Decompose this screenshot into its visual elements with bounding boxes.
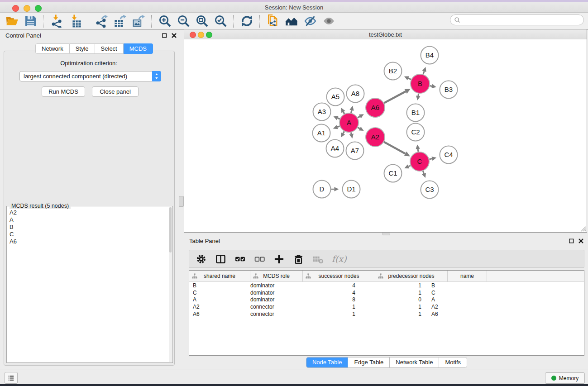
zoom-fit-button[interactable] (194, 14, 210, 29)
show-panel-button[interactable] (321, 14, 336, 29)
float-table-panel-icon[interactable] (569, 238, 574, 244)
import-network-button[interactable] (49, 14, 64, 29)
graph-node-B4[interactable]: B4 (421, 47, 439, 64)
open-network-file-button[interactable] (265, 14, 281, 29)
export-network-button[interactable] (94, 14, 109, 29)
tab-edge-table[interactable]: Edge Table (348, 357, 390, 368)
graph-node-A4[interactable]: A4 (326, 140, 344, 157)
network-window-titlebar[interactable]: testGlobe.txt (184, 29, 587, 40)
graph-edge-A-A3[interactable] (334, 116, 340, 120)
graph-node-D1[interactable]: D1 (343, 181, 360, 198)
graph-edge-B-B1[interactable] (416, 94, 420, 100)
dropdown-stepper-icon[interactable] (152, 71, 161, 81)
result-item[interactable]: A6 (8, 238, 168, 245)
table-row[interactable]: Cdominator41C (189, 289, 584, 296)
hide-panel-button[interactable] (302, 14, 318, 29)
graph-node-A1[interactable]: A1 (313, 124, 330, 142)
result-item[interactable]: A (8, 216, 168, 224)
graph-node-A7[interactable]: A7 (346, 142, 364, 160)
graph-edge-A2-C[interactable] (384, 142, 410, 157)
graph-edge-B-B3[interactable] (430, 84, 437, 88)
table-row[interactable]: Bdominator41B (189, 282, 584, 289)
graph-edge-C-C2[interactable] (416, 144, 420, 152)
graph-node-B[interactable]: B (411, 74, 430, 93)
graph-node-D[interactable]: D (313, 181, 331, 198)
graph-edge-C-C1[interactable] (404, 164, 411, 168)
graph-node-B3[interactable]: B3 (440, 81, 458, 99)
delete-row-button[interactable] (292, 253, 305, 265)
tab-network[interactable]: Network (35, 43, 70, 54)
function-builder-button[interactable]: f(x) (332, 254, 347, 264)
column-header-shared-name[interactable]: shared name (189, 271, 250, 281)
float-panel-icon[interactable] (162, 33, 167, 38)
tab-select[interactable]: Select (95, 43, 124, 54)
column-header-MCDS-role[interactable]: MCDS role (250, 271, 303, 281)
import-table-button[interactable] (67, 14, 83, 29)
graph-edge-B-B4[interactable] (422, 67, 426, 74)
graph-edge-A-A2[interactable] (358, 127, 363, 131)
tab-mcds[interactable]: MCDS (124, 43, 153, 54)
graph-node-A5[interactable]: A5 (327, 88, 344, 106)
graph-edge-C-C3[interactable] (422, 171, 426, 178)
network-canvas[interactable]: B4B2BB3A8A5A6A3B1AC2A1A2A4A7C4CC1C3DD1 (184, 39, 587, 232)
graph-edge-A-A8[interactable] (349, 106, 354, 113)
table-row[interactable]: Adominator80A (189, 296, 584, 304)
export-image-button[interactable] (131, 14, 146, 29)
save-session-button[interactable] (23, 14, 38, 29)
close-table-panel-icon[interactable] (578, 238, 584, 244)
memory-button[interactable]: Memory (545, 372, 585, 384)
search-input[interactable] (461, 15, 583, 24)
settings-button[interactable] (195, 253, 207, 265)
table-row[interactable]: A6connector11A6 (189, 310, 584, 318)
graph-node-C1[interactable]: C1 (384, 165, 402, 182)
run-mcds-button[interactable]: Run MCDS (42, 86, 85, 97)
close-panel-icon[interactable] (171, 33, 177, 38)
add-row-button[interactable] (272, 253, 285, 265)
app-titlebar[interactable]: Session: New Session (0, 2, 588, 13)
network-view-window[interactable]: testGlobe.txt B4B2BB3A8A5A6A3B1AC2A1A2A4… (184, 29, 587, 233)
columns-button[interactable] (214, 253, 227, 265)
zoom-out-button[interactable] (176, 14, 191, 29)
node-table[interactable]: shared nameMCDS rolesuccessor nodesprede… (189, 270, 584, 356)
graph-edge-B-B2[interactable] (404, 76, 411, 81)
zoom-selected-button[interactable] (213, 14, 228, 29)
zoom-in-button[interactable] (157, 14, 172, 29)
graph-edge-A-A1[interactable] (333, 125, 340, 129)
close-panel-button[interactable]: Close panel (92, 86, 139, 97)
tab-network-table[interactable]: Network Table (390, 357, 439, 368)
home-button[interactable] (284, 14, 299, 29)
tab-style[interactable]: Style (70, 43, 95, 54)
vertical-splitter-handle[interactable] (179, 196, 184, 207)
graph-edge-C-C4[interactable] (429, 157, 436, 161)
graph-node-A[interactable]: A (339, 113, 359, 132)
graph-node-C4[interactable]: C4 (440, 146, 458, 164)
search-box[interactable] (450, 14, 584, 25)
network-graph[interactable]: B4B2BB3A8A5A6A3B1AC2A1A2A4A7C4CC1C3DD1 (184, 39, 587, 233)
graph-edge-D-D1[interactable] (331, 187, 339, 191)
graph-node-A2[interactable]: A2 (366, 128, 385, 147)
criterion-dropdown[interactable]: largest connected component (directed) (19, 71, 161, 81)
export-table-button[interactable] (112, 14, 128, 29)
table-body[interactable]: Bdominator41BCdominator41CAdominator80AA… (189, 282, 584, 318)
graph-node-A8[interactable]: A8 (347, 85, 364, 103)
graph-edge-A-A5[interactable] (341, 108, 345, 114)
column-header-name[interactable]: name (448, 271, 487, 281)
result-scrollbar[interactable] (169, 207, 172, 362)
open-session-button[interactable] (4, 14, 19, 29)
table-row[interactable]: A2connector11A2 (189, 303, 584, 310)
graph-node-A6[interactable]: A6 (366, 98, 385, 117)
destroy-table-button[interactable] (311, 253, 324, 265)
resize-grip-icon[interactable] (580, 225, 586, 232)
refresh-button[interactable] (239, 14, 254, 29)
task-history-button[interactable] (5, 372, 18, 384)
graph-edge-A-A6[interactable] (358, 114, 364, 118)
result-item[interactable]: A2 (8, 209, 168, 216)
mcds-result-list[interactable]: A2ABCA6 (8, 209, 168, 245)
graph-node-C[interactable]: C (410, 152, 429, 171)
graph-edge-A6-B[interactable] (384, 89, 410, 103)
graph-node-C2[interactable]: C2 (407, 124, 425, 141)
graph-node-C3[interactable]: C3 (421, 181, 439, 199)
result-item[interactable]: C (8, 231, 168, 238)
column-header-successor-nodes[interactable]: successor nodes (303, 271, 375, 281)
graph-node-A3[interactable]: A3 (313, 103, 331, 121)
